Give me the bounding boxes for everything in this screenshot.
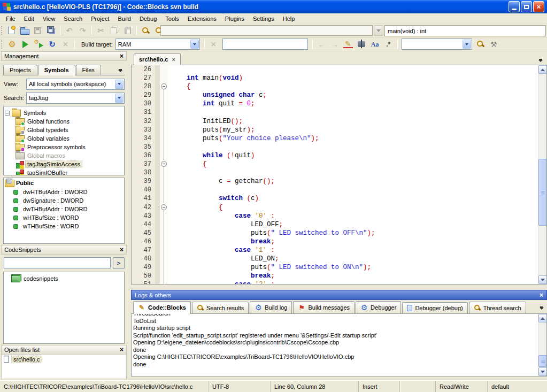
options-wrench-icon[interactable]: ⚒ bbox=[487, 39, 500, 50]
log-vscrollbar[interactable] bbox=[538, 314, 546, 376]
menu-help[interactable]: Help bbox=[279, 14, 299, 23]
menu-debug[interactable]: Debug bbox=[135, 14, 161, 23]
log-tab-code-blocks[interactable]: ✎Code::Blocks bbox=[133, 301, 191, 314]
rebuild-icon[interactable]: ↻ bbox=[45, 39, 59, 50]
member-item[interactable]: wTHBufSize : WORD bbox=[4, 222, 124, 230]
tab-list-dropdown-icon[interactable] bbox=[118, 67, 125, 75]
tree-item-tagjtagsimioaccess[interactable]: tagJtagSimioAccess bbox=[4, 160, 124, 168]
tree-item[interactable]: codesnippets bbox=[4, 274, 124, 283]
log-tab-debugger[interactable]: ⚙Debugger bbox=[356, 301, 401, 313]
run-icon[interactable] bbox=[19, 39, 32, 50]
scroll-down-icon[interactable] bbox=[538, 367, 547, 376]
editor-tab[interactable]: src\hello.c × bbox=[134, 53, 181, 65]
scroll-down-icon[interactable] bbox=[538, 275, 547, 284]
new-file-icon[interactable] bbox=[4, 25, 18, 36]
codesnippets-header[interactable]: CodeSnippets × bbox=[1, 245, 127, 255]
member-item[interactable]: dwSignature : DWORD bbox=[4, 196, 124, 205]
log-tab-build-messages[interactable]: ⚑Build messages bbox=[293, 301, 355, 313]
close-tab-icon[interactable]: × bbox=[172, 56, 175, 63]
tree-item-global-variables[interactable]: Global variables bbox=[4, 134, 124, 143]
tab-list-dropdown-icon[interactable] bbox=[538, 57, 547, 65]
scroll-thumb[interactable] bbox=[538, 159, 547, 226]
tree-item-global-typedefs[interactable]: Global typedefs bbox=[4, 126, 124, 134]
scroll-up-icon[interactable] bbox=[538, 65, 547, 74]
close-icon[interactable]: × bbox=[120, 247, 124, 252]
incremental-search-input[interactable] bbox=[222, 39, 308, 50]
menu-project[interactable]: Project bbox=[87, 14, 113, 23]
toolbar-grip[interactable] bbox=[1, 40, 3, 49]
menu-extensions[interactable]: Extensions bbox=[183, 14, 221, 23]
tree-item-symbols[interactable]: Symbols bbox=[4, 109, 124, 117]
tree-expander-icon[interactable] bbox=[5, 111, 10, 116]
close-button[interactable]: × bbox=[533, 1, 544, 12]
chevron-down-icon[interactable] bbox=[463, 40, 471, 49]
scroll-thumb[interactable] bbox=[538, 355, 547, 367]
code-editor[interactable]: 2627 int main(void)28 {29 unsigned char … bbox=[131, 65, 547, 285]
symbol-search-combo[interactable]: tagJtag bbox=[26, 93, 125, 104]
chevron-down-icon[interactable] bbox=[190, 40, 199, 49]
build-target-combo[interactable]: RAM bbox=[115, 39, 200, 50]
menu-search[interactable]: Search bbox=[59, 14, 87, 23]
symbol-members-list[interactable]: Public dwHTBufAddr : DWORDdwSignature : … bbox=[3, 178, 125, 244]
scroll-up-icon[interactable] bbox=[538, 314, 547, 322]
menu-tools[interactable]: Tools bbox=[161, 14, 183, 23]
regex-icon[interactable]: .* bbox=[382, 39, 395, 50]
open-files-list[interactable]: src\hello.c bbox=[1, 355, 127, 379]
open-file-icon[interactable] bbox=[18, 25, 31, 36]
chevron-down-icon[interactable] bbox=[115, 80, 124, 89]
menu-settings[interactable]: Settings bbox=[249, 14, 279, 23]
match-case-icon[interactable]: Aa bbox=[368, 39, 382, 50]
tab-list-dropdown-icon[interactable] bbox=[540, 304, 547, 313]
fold-margin[interactable] bbox=[160, 160, 168, 168]
toolbar-grip[interactable] bbox=[1, 26, 3, 35]
log-tab-search-results[interactable]: Search results bbox=[192, 302, 249, 313]
member-item[interactable]: dwTHBufAddr : DWORD bbox=[4, 205, 124, 213]
codesnippets-tree[interactable]: codesnippets bbox=[3, 272, 125, 344]
symbols-tree[interactable]: SymbolsGlobal functionsGlobal typedefsGl… bbox=[3, 106, 125, 175]
logs-header[interactable]: Logs & others × bbox=[131, 290, 547, 300]
chevron-down-icon[interactable] bbox=[115, 94, 124, 103]
find-icon[interactable] bbox=[139, 25, 152, 36]
menu-build[interactable]: Build bbox=[113, 14, 135, 23]
view-combo[interactable]: All local symbols (workspace) bbox=[26, 79, 125, 90]
tree-item-global-functions[interactable]: Global functions bbox=[4, 117, 124, 126]
build-and-run-icon[interactable] bbox=[32, 39, 45, 50]
close-icon[interactable]: × bbox=[120, 347, 124, 352]
close-icon[interactable]: × bbox=[540, 293, 543, 298]
highlight-icon[interactable]: ✎ bbox=[342, 39, 355, 50]
vise-icon[interactable] bbox=[355, 39, 368, 50]
menu-edit[interactable]: Edit bbox=[20, 14, 38, 23]
open-files-header[interactable]: Open files list × bbox=[1, 345, 127, 355]
minimize-button[interactable] bbox=[509, 1, 520, 12]
close-icon[interactable]: × bbox=[120, 53, 124, 59]
tab-symbols[interactable]: Symbols bbox=[38, 65, 75, 75]
menu-file[interactable]: File bbox=[2, 14, 20, 23]
member-item[interactable]: dwHTBufAddr : DWORD bbox=[4, 188, 124, 196]
tree-item-preprocessor-symbols[interactable]: Preprocessor symbols bbox=[4, 143, 124, 151]
menu-plugins[interactable]: Plugins bbox=[221, 14, 249, 23]
management-header[interactable]: Management × bbox=[1, 51, 127, 61]
log-output[interactable]: ThreadSearchToDoListRunning startup scri… bbox=[131, 314, 547, 376]
title-bar[interactable]: src\hello.c [HelloVIO-PLS (TC1796)] - Co… bbox=[0, 0, 547, 13]
restore-button[interactable] bbox=[521, 1, 532, 12]
fold-margin[interactable] bbox=[160, 82, 168, 91]
log-tab-build-log[interactable]: ⚙Build log bbox=[250, 301, 292, 313]
tree-item-tagsimiobuffer[interactable]: tagSimIOBuffer bbox=[4, 168, 124, 175]
member-item[interactable]: wHTBufSize : WORD bbox=[4, 213, 124, 222]
log-tab-thread-search[interactable]: Thread search bbox=[469, 302, 526, 313]
snippet-search-button[interactable]: > bbox=[113, 257, 125, 269]
save-all-icon[interactable] bbox=[44, 25, 58, 36]
tab-projects[interactable]: Projects bbox=[3, 65, 37, 75]
open-file-item[interactable]: src\hello.c bbox=[2, 355, 126, 364]
thread-search-icon[interactable] bbox=[474, 39, 487, 50]
thread-search-combo[interactable] bbox=[402, 39, 472, 50]
editor-vscrollbar[interactable] bbox=[538, 65, 546, 284]
snippet-search-input[interactable] bbox=[4, 257, 111, 268]
log-tab-debugger-debug-[interactable]: Debugger (debug) bbox=[402, 302, 467, 313]
tab-files[interactable]: Files bbox=[76, 65, 101, 75]
tree-item-global-macros[interactable]: Global macros bbox=[4, 151, 124, 160]
scope-combo[interactable]: main(void) : int bbox=[384, 25, 546, 36]
build-icon[interactable]: ⚙ bbox=[5, 39, 19, 50]
fold-margin[interactable] bbox=[160, 203, 168, 212]
menu-view[interactable]: View bbox=[38, 14, 60, 23]
